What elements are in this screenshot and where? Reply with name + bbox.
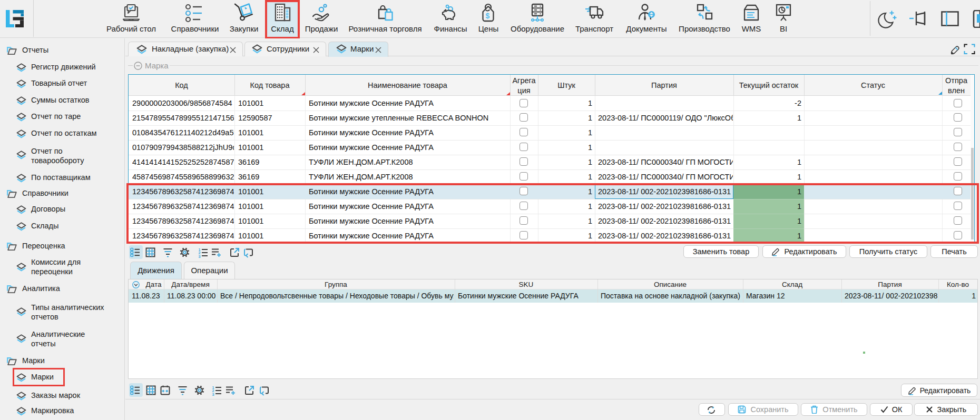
svg-text:$: $: [486, 12, 490, 20]
svg-text:3: 3: [212, 392, 214, 396]
svg-text:3: 3: [199, 254, 201, 258]
